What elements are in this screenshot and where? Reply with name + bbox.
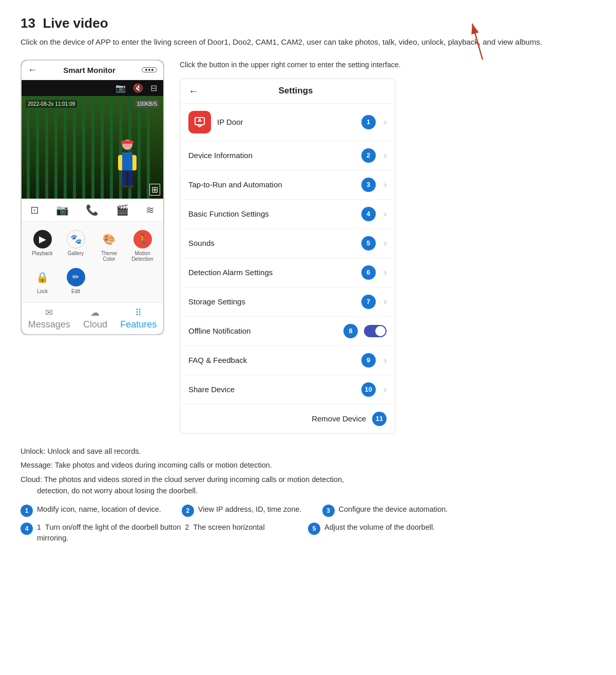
note-5-badge: 5 (308, 523, 320, 535)
mute-icon[interactable]: 🔇 (133, 83, 143, 93)
red-arrow-annotation (462, 18, 503, 65)
settings-item-tap-to-run[interactable]: Tap-to-Run and Automation 3 › (180, 170, 395, 200)
playback-button[interactable]: ▶ Playback (26, 227, 59, 265)
section-title: 13 Live video (21, 15, 595, 31)
device-info-badge: 2 (361, 148, 376, 163)
messages-icon: ✉ (45, 307, 53, 318)
tap-to-run-badge: 3 (361, 178, 376, 192)
svg-line-9 (472, 24, 483, 60)
settings-item-sounds[interactable]: Sounds 5 › (180, 229, 395, 258)
svg-rect-3 (122, 152, 132, 170)
theme-color-label: ThemeColor (101, 250, 117, 262)
motion-detection-button[interactable]: 🚶 MotionDetection (126, 227, 159, 265)
main-layout: ← Smart Monitor 📷 🔇 ⊟ (21, 60, 595, 434)
gallery-button[interactable]: 🐾 Gallery (59, 227, 92, 265)
note-2-badge: 2 (182, 505, 194, 517)
messages-nav[interactable]: ✉ Messages (28, 307, 70, 330)
note-5-text: Adjust the volume of the doorbell. (324, 522, 435, 533)
cloud-nav[interactable]: ☁ Cloud (83, 307, 107, 330)
numbered-notes: 1 Modify icon, name, location of device.… (21, 504, 595, 545)
video-timestamp: 2022-08-2x 11:01:09 (26, 100, 77, 108)
gallery-icon: 🐾 (67, 230, 85, 248)
phone-controls-row: ⊡ 📷 📞 🎬 ≋ (22, 199, 163, 222)
motion-detection-label: MotionDetection (131, 250, 153, 262)
settings-panel: ← Settings IP Door 1 › D (180, 79, 395, 434)
settings-item-basic-function[interactable]: Basic Function Settings 4 › (180, 200, 395, 229)
video-background (22, 96, 163, 199)
settings-header: ← Settings (180, 79, 395, 104)
remove-device-badge: 11 (372, 412, 387, 426)
phone-dots-button[interactable] (142, 67, 157, 72)
tap-to-run-chevron: › (384, 180, 387, 189)
note-3-badge: 3 (322, 505, 335, 517)
share-device-label: Share Device (188, 385, 355, 394)
theme-color-icon: 🎨 (100, 230, 119, 248)
faq-badge: 9 (361, 353, 376, 368)
note-2-text: View IP address, ID, time zone. (198, 504, 302, 515)
click-hint: Click the button in the upper right corn… (180, 60, 416, 70)
settings-back-icon[interactable]: ← (188, 85, 199, 97)
edit-label: Edit (71, 288, 80, 294)
edit-button[interactable]: ✏ Edit (59, 265, 92, 297)
fullscreen-icon[interactable]: ⊞ (149, 184, 160, 196)
note-unlock: Unlock: Unlock and save all records. (21, 446, 595, 457)
tap-to-run-label: Tap-to-Run and Automation (188, 180, 355, 189)
bottom-notes: Unlock: Unlock and save all records. Mes… (21, 446, 595, 545)
lock-icon: 🔒 (33, 268, 52, 286)
note-1-badge: 1 (21, 505, 33, 517)
settings-item-detection-alarm[interactable]: Detection Alarm Settings 6 › (180, 258, 395, 287)
features-nav[interactable]: ⠿ Features (120, 307, 157, 330)
faq-chevron: › (384, 356, 387, 365)
settings-title: Settings (205, 86, 387, 96)
cloud-icon: ☁ (90, 307, 100, 318)
remove-device-row[interactable]: Remove Device 11 (180, 404, 395, 433)
settings-item-device-info[interactable]: Device Information 2 › (180, 141, 395, 170)
expand-icon[interactable]: ⊟ (150, 83, 157, 93)
sounds-badge: 5 (361, 236, 376, 250)
theme-color-button[interactable]: 🎨 ThemeColor (92, 227, 126, 265)
playback-icon: ▶ (33, 230, 52, 248)
screenshot-icon[interactable]: ⊡ (30, 204, 39, 216)
camera-icon[interactable]: 📷 (116, 83, 126, 93)
intro-text: Click on the device of APP to enter the … (21, 36, 595, 48)
settings-item-ip-door[interactable]: IP Door 1 › (180, 104, 395, 141)
settings-item-offline-notification[interactable]: Offline Notification 8 (180, 317, 395, 346)
offline-notification-label: Offline Notification (188, 326, 337, 335)
note-4-badge: 4 (21, 523, 33, 535)
storage-chevron: › (384, 297, 387, 306)
lock-button[interactable]: 🔒 Lock (26, 265, 59, 297)
svg-rect-5 (128, 170, 132, 186)
storage-badge: 7 (361, 295, 376, 309)
talk-icon[interactable]: 📞 (86, 204, 99, 216)
svg-rect-4 (122, 170, 126, 186)
svg-rect-1 (121, 141, 133, 144)
phone-header: ← Smart Monitor (22, 61, 163, 80)
detection-alarm-badge: 6 (361, 265, 376, 280)
svg-rect-6 (121, 185, 127, 188)
messages-label: Messages (28, 319, 70, 330)
ip-door-label: IP Door (217, 118, 355, 126)
motion-detection-icon: 🚶 (133, 230, 152, 248)
phone-back-icon[interactable]: ← (28, 65, 37, 75)
offline-notification-toggle[interactable] (364, 325, 387, 337)
note-2: 2 View IP address, ID, time zone. (182, 504, 302, 517)
ip-door-device-icon (188, 111, 211, 133)
ip-door-badge: 1 (361, 115, 376, 129)
gallery-label: Gallery (68, 250, 84, 256)
phone-mockup: ← Smart Monitor 📷 🔇 ⊟ (21, 60, 164, 335)
section-header: 13 Live video Click on the device of APP… (21, 15, 595, 48)
settings-item-faq[interactable]: FAQ & Feedback 9 › (180, 346, 395, 375)
photo-icon[interactable]: 📷 (56, 204, 69, 216)
detection-alarm-label: Detection Alarm Settings (188, 268, 355, 277)
video-icon[interactable]: 🎬 (116, 204, 129, 216)
more-icon[interactable]: ≋ (146, 204, 155, 216)
video-area: 2022-08-2x 11:01:09 100KB/S ⊞ (22, 96, 163, 199)
note-1-text: Modify icon, name, location of device. (37, 504, 161, 515)
offline-notification-badge: 8 (343, 324, 358, 338)
settings-item-storage[interactable]: Storage Settings 7 › (180, 287, 395, 317)
settings-item-share-device[interactable]: Share Device 10 › (180, 375, 395, 404)
cloud-label: Cloud (83, 319, 107, 330)
device-info-chevron: › (384, 151, 387, 160)
note-1: 1 Modify icon, name, location of device. (21, 504, 161, 517)
share-device-badge: 10 (361, 382, 376, 397)
